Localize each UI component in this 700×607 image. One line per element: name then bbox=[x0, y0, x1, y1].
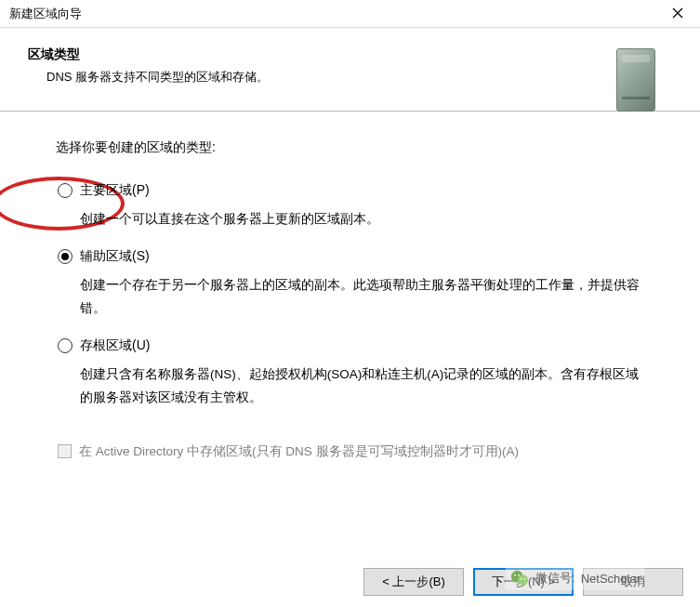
option-primary-zone: 主要区域(P) 创建一个可以直接在这个服务器上更新的区域副本。 bbox=[56, 177, 644, 239]
radio-label: 存根区域(U) bbox=[80, 337, 150, 354]
radio-icon bbox=[58, 183, 73, 198]
option-desc: 创建只含有名称服务器(NS)、起始授权机构(SOA)和粘连主机(A)记录的区域的… bbox=[58, 354, 644, 417]
checkbox-icon bbox=[58, 444, 72, 458]
option-stub-zone: 存根区域(U) 创建只含有名称服务器(NS)、起始授权机构(SOA)和粘连主机(… bbox=[56, 332, 644, 417]
back-button[interactable]: < 上一步(B) bbox=[363, 568, 464, 596]
option-desc: 创建一个存在于另一个服务器上的区域的副本。此选项帮助主服务器平衡处理的工作量，并… bbox=[58, 265, 644, 328]
radio-label: 主要区域(P) bbox=[80, 182, 150, 199]
radio-primary-zone[interactable]: 主要区域(P) bbox=[58, 182, 644, 199]
cancel-button[interactable]: 取消 bbox=[583, 568, 683, 596]
zone-type-options: 主要区域(P) 创建一个可以直接在这个服务器上更新的区域副本。 辅助区域(S) … bbox=[56, 177, 644, 417]
button-label: < 上一步(B) bbox=[382, 574, 445, 590]
ad-storage-checkbox: 在 Active Directory 中存储区域(只有 DNS 服务器是可写域控… bbox=[56, 443, 644, 460]
window-title: 新建区域向导 bbox=[9, 6, 659, 22]
wizard-header: 区域类型 DNS 服务器支持不同类型的区域和存储。 bbox=[0, 28, 700, 112]
radio-icon bbox=[58, 338, 73, 353]
close-icon bbox=[672, 6, 683, 22]
radio-icon bbox=[58, 249, 73, 264]
close-button[interactable] bbox=[659, 0, 696, 28]
radio-label: 辅助区域(S) bbox=[80, 248, 150, 265]
option-secondary-zone: 辅助区域(S) 创建一个存在于另一个服务器上的区域的副本。此选项帮助主服务器平衡… bbox=[56, 243, 644, 328]
wizard-button-bar: < 上一步(B) 下一步(N) > 取消 bbox=[363, 568, 683, 596]
header-subtitle: DNS 服务器支持不同类型的区域和存储。 bbox=[28, 69, 672, 86]
checkbox-label: 在 Active Directory 中存储区域(只有 DNS 服务器是可写域控… bbox=[79, 443, 519, 460]
zone-type-prompt: 选择你要创建的区域的类型: bbox=[56, 139, 644, 156]
wizard-content: 选择你要创建的区域的类型: 主要区域(P) 创建一个可以直接在这个服务器上更新的… bbox=[0, 112, 700, 469]
titlebar: 新建区域向导 bbox=[0, 0, 700, 28]
radio-secondary-zone[interactable]: 辅助区域(S) bbox=[58, 248, 644, 265]
button-label: 取消 bbox=[621, 574, 645, 590]
next-button[interactable]: 下一步(N) > bbox=[473, 568, 574, 596]
button-label: 下一步(N) > bbox=[492, 574, 555, 590]
radio-stub-zone[interactable]: 存根区域(U) bbox=[58, 337, 644, 354]
header-title: 区域类型 bbox=[28, 46, 672, 63]
server-icon bbox=[616, 48, 655, 112]
option-desc: 创建一个可以直接在这个服务器上更新的区域副本。 bbox=[58, 199, 644, 239]
